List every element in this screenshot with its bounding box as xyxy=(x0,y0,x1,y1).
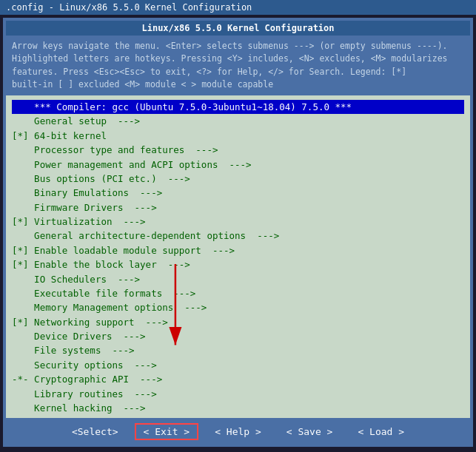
menu-area: *** Compiler: gcc (Ubuntu 7.5.0-3ubuntu1… xyxy=(6,95,470,418)
menu-item[interactable]: Power management and ACPI options ---> xyxy=(12,158,464,172)
menu-item[interactable]: Binary Emulations ---> xyxy=(12,186,464,200)
menu-item[interactable]: Device Drivers ---> xyxy=(12,329,464,343)
menu-item[interactable]: Bus options (PCI etc.) ---> xyxy=(12,172,464,186)
menu-item[interactable]: *** Compiler: gcc (Ubuntu 7.5.0-3ubuntu1… xyxy=(12,100,464,114)
help-line-1: Arrow keys navigate the menu. <Enter> se… xyxy=(12,40,464,53)
menu-item[interactable]: File systems ---> xyxy=(12,343,464,357)
menu-item[interactable]: [*] 64-bit kernel xyxy=(12,129,464,143)
save-button[interactable]: < Save > xyxy=(278,424,342,439)
menu-item[interactable]: [*] Enable loadable module support ---> xyxy=(12,243,464,257)
help-line-2: Highlighted letters are hotkeys. Pressin… xyxy=(12,53,464,65)
menu-item[interactable]: Firmware Drivers ---> xyxy=(12,200,464,215)
menu-item[interactable]: Memory Management options ---> xyxy=(12,300,464,314)
title-bar-text: .config - Linux/x86 5.5.0 Kernel Configu… xyxy=(6,2,252,13)
help-line-3: features. Press <Esc><Esc> to exit, <?> … xyxy=(12,66,464,78)
exit-button[interactable]: < Exit > xyxy=(135,423,199,440)
menu-item[interactable]: Kernel hacking ---> xyxy=(12,401,464,415)
bottom-bar: <Select> < Exit > < Help > < Save > < Lo… xyxy=(6,419,470,444)
menu-item[interactable]: [*] Enable the block layer ---> xyxy=(12,257,464,271)
menu-list: *** Compiler: gcc (Ubuntu 7.5.0-3ubuntu1… xyxy=(12,100,464,415)
help-line-4: built-in [ ] excluded <M> module < > mod… xyxy=(12,78,464,91)
title-bar: .config - Linux/x86 5.5.0 Kernel Configu… xyxy=(0,0,476,15)
main-container: Linux/x86 5.5.0 Kernel Configuration Arr… xyxy=(3,18,473,447)
menu-item[interactable]: Processor type and features ---> xyxy=(12,143,464,157)
load-button[interactable]: < Load > xyxy=(349,424,413,439)
menu-item[interactable]: Executable file formats ---> xyxy=(12,286,464,300)
menu-item[interactable]: General setup ---> xyxy=(12,114,464,128)
menu-item[interactable]: Security options ---> xyxy=(12,358,464,372)
menu-item[interactable]: [*] Networking support ---> xyxy=(12,315,464,329)
help-text: Arrow keys navigate the menu. <Enter> se… xyxy=(6,38,470,92)
menu-item[interactable]: -*- Cryptographic API ---> xyxy=(12,372,464,386)
menu-item[interactable]: General architecture-dependent options -… xyxy=(12,229,464,243)
window-title: Linux/x86 5.5.0 Kernel Configuration xyxy=(6,21,470,36)
select-button[interactable]: <Select> xyxy=(63,424,127,439)
menu-item[interactable]: [*] Virtualization ---> xyxy=(12,215,464,229)
help-button[interactable]: < Help > xyxy=(206,424,270,439)
menu-item[interactable]: Library routines ---> xyxy=(12,387,464,401)
menu-item[interactable]: IO Schedulers ---> xyxy=(12,272,464,286)
